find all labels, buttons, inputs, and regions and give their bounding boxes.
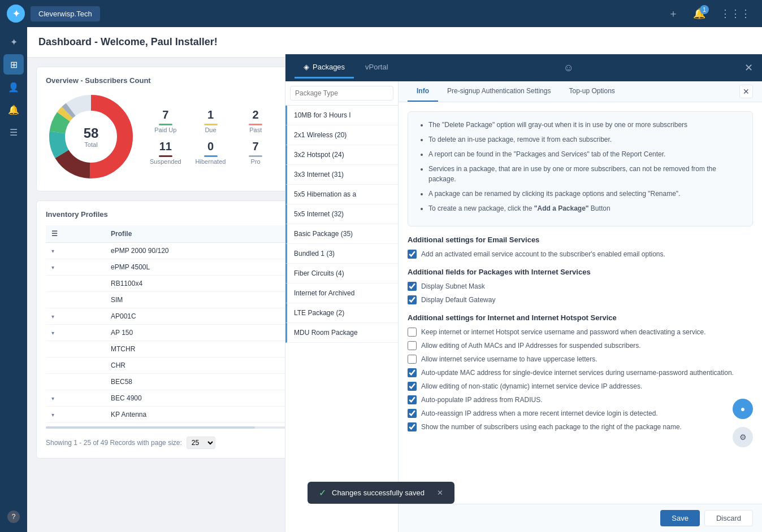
expand-icon[interactable]: ▾ (51, 412, 54, 418)
brand-label[interactable]: Cleverwisp.Tech (31, 6, 100, 21)
info-close-button[interactable]: ✕ (739, 85, 753, 98)
overlay-close-button[interactable]: ✕ (744, 62, 753, 74)
package-list-item[interactable]: 5x5 Hibernation as a (285, 185, 398, 204)
expand-cell[interactable] (46, 292, 105, 308)
internet-hotspot-title: Additional settings for Internet and Int… (408, 313, 753, 322)
sidebar-item-dashboard[interactable]: ⊞ (3, 54, 24, 75)
overlay-panel: ◈ Packages vPortal ☺ ✕ 10MB for 3 Hours … (285, 54, 762, 532)
expand-cell[interactable] (46, 357, 105, 374)
vportal-label: vPortal (365, 63, 388, 71)
expand-cell[interactable]: ▾ (46, 390, 105, 407)
sidebar-item-home[interactable]: ✦ (3, 32, 24, 52)
hs-cb-6[interactable] (408, 395, 417, 404)
hs-cb-row-2: Allow editing of Auth MACs and IP Addres… (408, 341, 753, 350)
email-services-section: Additional settings for Email Services A… (408, 236, 753, 259)
tab-info[interactable]: Info (408, 81, 438, 102)
expand-cell[interactable]: ▾ (46, 259, 105, 276)
hs-cb-4[interactable] (408, 368, 417, 377)
hs-cb-2[interactable] (408, 341, 417, 350)
email-checkbox-label: Add an activated email service account t… (421, 250, 665, 258)
hs-cb-label-1: Keep internet or internet Hotspot servic… (421, 328, 706, 336)
package-list-item[interactable]: 5x5 Internet (32) (285, 204, 398, 224)
tab-topup[interactable]: Top-up Options (560, 81, 624, 102)
discard-button[interactable]: Discard (704, 510, 753, 526)
expand-icon[interactable]: ▾ (51, 313, 54, 320)
stat-paid-up-value: 7 (150, 108, 181, 121)
hs-cb-row-6: Auto-populate IP address from RADIUS. (408, 395, 753, 404)
expand-cell[interactable]: ▾ (46, 407, 105, 423)
expand-cell[interactable]: ▾ (46, 325, 105, 341)
bullet-5: A package can be renamed by clicking its… (428, 189, 743, 199)
gateway-checkbox[interactable] (408, 295, 417, 304)
stat-past-value: 2 (240, 108, 271, 121)
stat-suspended: 11 Suspended (150, 140, 181, 165)
expand-icon[interactable]: ▾ (51, 395, 54, 402)
stat-pro-value: 7 (240, 140, 271, 153)
hs-cb-5[interactable] (408, 382, 417, 391)
expand-cell[interactable]: ▾ (46, 308, 105, 325)
expand-icon[interactable]: ▾ (51, 330, 54, 336)
donut-chart: 58 Total (46, 91, 136, 182)
subnet-checkbox-row: Display Subnet Mask (408, 282, 753, 291)
package-search (285, 81, 398, 106)
notifications-button[interactable]: 🔔 1 (689, 5, 710, 22)
stat-past-label: Past (240, 127, 271, 133)
grid-menu-button[interactable]: ⋮⋮⋮ (716, 5, 755, 22)
package-list-item[interactable]: 2x1 Wireless (20) (285, 125, 398, 145)
emoji-button[interactable]: ☺ (564, 62, 574, 74)
toast-icon: ✓ (319, 487, 326, 498)
package-list-item[interactable]: 3x2 Hotspot (24) (285, 145, 398, 165)
package-list-item[interactable]: Internet for Archived (285, 284, 398, 303)
email-checkbox[interactable] (408, 250, 417, 259)
col-expand: ☰ (46, 225, 105, 243)
add-button[interactable]: ＋ (664, 5, 683, 23)
expand-cell[interactable] (46, 374, 105, 390)
floating-settings-button[interactable]: ⚙ (733, 427, 753, 447)
expand-cell[interactable]: ▾ (46, 243, 105, 259)
page-size-select[interactable]: 25 50 100 (187, 437, 215, 449)
hs-cb-row-8: Show the number of subscribers using eac… (408, 422, 753, 431)
save-button[interactable]: Save (660, 510, 700, 526)
bullet-6: To create a new package, click the "Add … (428, 203, 743, 213)
help-button[interactable]: ? (7, 511, 20, 523)
hs-cb-label-3: Allow internet service username to have … (421, 355, 598, 363)
tab-vportal[interactable]: vPortal (356, 57, 397, 79)
sidebar-item-subscribers[interactable]: 👤 (3, 77, 24, 97)
stat-hibernated-label: Hibernated (195, 158, 227, 165)
tab-pre-signup[interactable]: Pre-signup Authentication Settings (438, 81, 560, 102)
expand-icon[interactable]: ▾ (51, 248, 54, 254)
package-list-item[interactable]: Bundled 1 (3) (285, 244, 398, 264)
hs-cb-7[interactable] (408, 409, 417, 418)
hs-cb-label-6: Auto-populate IP address from RADIUS. (421, 396, 543, 404)
hs-cb-8[interactable] (408, 422, 417, 431)
sidebar-item-menu[interactable]: ☰ (3, 122, 24, 142)
package-list-item[interactable]: Basic Package (35) (285, 224, 398, 244)
expand-cell[interactable] (46, 341, 105, 357)
stat-suspended-label: Suspended (150, 158, 181, 165)
expand-icon[interactable]: ▾ (51, 264, 54, 271)
gateway-label: Display Default Gateway (421, 296, 495, 304)
stat-past: 2 Past (240, 108, 271, 133)
subnet-checkbox[interactable] (408, 282, 417, 291)
hs-cb-3[interactable] (408, 355, 417, 364)
package-list-item[interactable]: MDU Room Package (285, 323, 398, 343)
floating-action-button[interactable]: ● (733, 399, 753, 419)
toast-message: Changes successfully saved (332, 489, 425, 497)
toast-close-button[interactable]: ✕ (437, 489, 443, 497)
internet-fields-section: Additional fields for Packages with Inte… (408, 268, 753, 304)
sidebar-item-notifications[interactable]: 🔔 (3, 99, 24, 120)
package-list-item[interactable]: 10MB for 3 Hours I (285, 106, 398, 125)
stats-grid: 7 Paid Up 1 Due 2 Past (150, 108, 271, 165)
logo-icon[interactable]: ✦ (7, 5, 25, 23)
tab-packages[interactable]: ◈ Packages (295, 57, 354, 79)
expand-cell[interactable] (46, 276, 105, 292)
package-list-item[interactable]: Fiber Circuits (4) (285, 264, 398, 284)
scrollbar-thumb[interactable] (46, 426, 255, 429)
hs-cb-1[interactable] (408, 328, 417, 337)
overlay-body: 10MB for 3 Hours I2x1 Wireless (20)3x2 H… (285, 81, 762, 532)
stat-hibernated-value: 0 (195, 140, 227, 153)
package-search-input[interactable] (290, 86, 393, 101)
package-list-item[interactable]: 3x3 Internet (31) (285, 165, 398, 185)
package-list-item[interactable]: LTE Package (2) (285, 303, 398, 323)
email-checkbox-row: Add an activated email service account t… (408, 250, 753, 259)
